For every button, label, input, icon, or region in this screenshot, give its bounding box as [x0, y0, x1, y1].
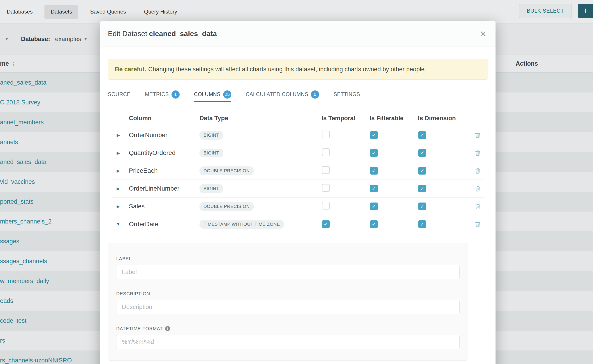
warning-banner-bold: Be careful.	[115, 66, 146, 73]
delete-column-icon[interactable]	[471, 221, 484, 228]
is-temporal-checkbox[interactable]	[322, 130, 330, 138]
column-name: OrderNumber	[125, 131, 199, 139]
is-temporal-checkbox-cell	[322, 130, 370, 140]
is-filterable-checkbox[interactable]: ✓	[370, 167, 378, 175]
column-row: ▶QuantityOrderedBIGINT✓✓	[112, 144, 484, 162]
column-detail-panel: LABEL DESCRIPTION DATETIME FORMAT i	[108, 243, 468, 361]
is-filterable-checkbox-cell: ✓	[370, 202, 418, 210]
is-dimension-checkbox-cell: ✓	[418, 185, 471, 193]
label-field-group: LABEL	[116, 256, 460, 279]
tab-label: SOURCE	[108, 91, 130, 98]
is-temporal-checkbox[interactable]: ✓	[322, 220, 330, 228]
is-filterable-checkbox[interactable]: ✓	[370, 131, 378, 139]
delete-column-icon[interactable]	[471, 203, 484, 210]
column-row: ▶PriceEachDOUBLE PRECISION✓✓	[112, 162, 484, 180]
modal-header: Edit Datasetcleaned_sales_data ×	[100, 21, 495, 46]
data-type-pill: BIGINT	[199, 184, 223, 193]
label-field-label: LABEL	[116, 256, 460, 261]
is-dimension-checkbox-cell: ✓	[418, 149, 471, 157]
tab-count-badge: 25	[223, 91, 231, 98]
column-header: Column	[125, 115, 199, 122]
tab-columns[interactable]: COLUMNS25	[194, 88, 231, 102]
is-dimension-checkbox[interactable]: ✓	[418, 185, 426, 192]
data-type-cell: DOUBLE PRECISION	[199, 166, 322, 175]
datetime-format-field-label: DATETIME FORMAT i	[116, 326, 460, 331]
column-row: ▶OrderLineNumberBIGINT✓✓	[112, 180, 484, 198]
info-icon[interactable]: i	[165, 326, 170, 331]
warning-banner: Be careful. Changing these settings will…	[108, 59, 488, 80]
column-row: ▶SalesDOUBLE PRECISION✓✓	[112, 198, 484, 215]
data-type-cell: BIGINT	[199, 184, 322, 193]
tab-source[interactable]: SOURCE	[108, 88, 130, 102]
tab-label: CALCULATED COLUMNS	[246, 91, 308, 98]
is-temporal-checkbox[interactable]	[322, 166, 330, 174]
is-dimension-checkbox[interactable]: ✓	[418, 202, 426, 210]
close-icon[interactable]: ×	[480, 28, 487, 39]
is-filterable-checkbox-cell: ✓	[370, 185, 418, 193]
expand-caret-icon[interactable]: ▶	[112, 204, 125, 209]
is-filterable-checkbox-cell: ✓	[370, 167, 418, 175]
is-filterable-checkbox[interactable]: ✓	[370, 149, 378, 157]
delete-column-icon[interactable]	[471, 132, 484, 138]
data-type-cell: BIGINT	[199, 149, 322, 157]
is-temporal-checkbox-cell	[322, 166, 370, 176]
datetime-format-input[interactable]	[116, 335, 460, 349]
tab-calculated-columns[interactable]: CALCULATED COLUMNS0	[246, 88, 319, 102]
is-dimension-checkbox[interactable]: ✓	[418, 131, 426, 139]
column-name: QuantityOrdered	[125, 149, 199, 156]
is-filterable-checkbox[interactable]: ✓	[370, 185, 378, 192]
data-type-cell: BIGINT	[199, 131, 322, 140]
data-type-pill: BIGINT	[199, 149, 223, 157]
is-dimension-checkbox-cell: ✓	[418, 131, 471, 139]
is-temporal-checkbox[interactable]	[322, 202, 330, 209]
tab-count-badge: 0	[311, 91, 319, 98]
column-row: ▶OrderNumberBIGINT✓✓	[112, 126, 484, 144]
delete-column-icon[interactable]	[471, 167, 484, 174]
modal-title-prefix: Edit Dataset	[108, 30, 147, 38]
data-type-header: Data Type	[199, 115, 322, 122]
description-input[interactable]	[116, 300, 460, 314]
tab-label: METRICS	[145, 91, 169, 98]
label-field-label-text: LABEL	[116, 256, 132, 261]
column-name: Sales	[125, 203, 199, 210]
warning-banner-text: Changing these settings will affect all …	[148, 66, 426, 73]
column-row: ▼OrderDateTIMESTAMP WITHOUT TIME ZONE✓✓✓	[112, 215, 484, 233]
is-filterable-checkbox-cell: ✓	[370, 149, 418, 157]
expand-caret-icon[interactable]: ▶	[112, 186, 125, 191]
is-dimension-checkbox-cell: ✓	[418, 202, 471, 210]
description-field-label-text: DESCRIPTION	[116, 291, 150, 296]
is-temporal-checkbox[interactable]	[322, 184, 330, 192]
is-temporal-checkbox[interactable]	[322, 148, 330, 156]
tab-settings[interactable]: SETTINGS	[334, 88, 360, 102]
is-dimension-checkbox-cell: ✓	[418, 167, 471, 175]
is-dimension-checkbox-cell: ✓	[418, 220, 471, 228]
is-dimension-checkbox[interactable]: ✓	[418, 167, 426, 175]
data-type-pill: TIMESTAMP WITHOUT TIME ZONE	[199, 220, 284, 229]
delete-column-icon[interactable]	[471, 185, 484, 192]
is-temporal-checkbox-cell	[322, 184, 370, 193]
is-dimension-header: Is Dimension	[418, 115, 471, 122]
delete-column-icon[interactable]	[471, 150, 484, 156]
expand-caret-icon[interactable]: ▶	[112, 168, 125, 173]
is-dimension-checkbox[interactable]: ✓	[418, 149, 426, 157]
expand-caret-icon[interactable]: ▶	[112, 150, 125, 156]
expand-caret-icon[interactable]: ▶	[112, 133, 125, 138]
data-type-cell: DOUBLE PRECISION	[199, 202, 322, 211]
columns-table-header: Column Data Type Is Temporal Is Filterab…	[112, 110, 484, 126]
collapse-caret-icon[interactable]: ▼	[112, 222, 125, 227]
data-type-pill: BIGINT	[199, 131, 223, 140]
is-dimension-checkbox[interactable]: ✓	[418, 220, 426, 228]
is-filterable-checkbox[interactable]: ✓	[370, 220, 378, 228]
is-filterable-checkbox[interactable]: ✓	[370, 202, 378, 210]
label-input[interactable]	[116, 265, 460, 279]
description-field-label: DESCRIPTION	[116, 291, 460, 296]
data-type-pill: DOUBLE PRECISION	[199, 166, 254, 175]
tab-label: COLUMNS	[194, 91, 220, 98]
data-type-cell: TIMESTAMP WITHOUT TIME ZONE	[199, 220, 322, 229]
description-field-group: DESCRIPTION	[116, 291, 460, 314]
is-temporal-checkbox-cell	[322, 148, 370, 158]
datasets-page: DatabasesDatasetsSaved QueriesQuery Hist…	[0, 0, 593, 364]
tab-metrics[interactable]: METRICS1	[145, 88, 180, 102]
modal-title-dataset-name: cleaned_sales_data	[149, 30, 217, 38]
datetime-format-field-group: DATETIME FORMAT i	[116, 326, 460, 349]
